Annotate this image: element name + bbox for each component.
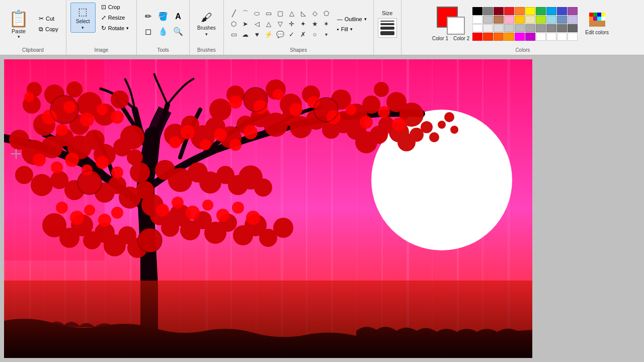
svg-point-160 (51, 161, 63, 173)
curve-shape[interactable]: ⌒ (239, 9, 252, 19)
size-bar-3[interactable] (380, 27, 394, 30)
callout-shape[interactable]: 💬 (274, 30, 286, 40)
color-r4-10[interactable] (568, 33, 578, 41)
color-r3-4[interactable] (504, 24, 514, 32)
color-r3-8[interactable] (546, 24, 556, 32)
color-r3-10[interactable] (568, 24, 578, 32)
color-lime[interactable] (536, 16, 546, 24)
color-green[interactable] (536, 7, 546, 15)
rounded-rect2-shape[interactable]: ▭ (228, 30, 240, 40)
outline-icon: — (337, 16, 343, 22)
color-lightblue[interactable] (546, 16, 556, 24)
cut-button[interactable]: ✂ Cut (35, 14, 62, 24)
svg-point-140 (24, 92, 34, 102)
crop-button[interactable]: ⊡ Crop (98, 2, 132, 12)
right-arrow-shape[interactable]: ➤ (239, 19, 252, 29)
color-r4-8[interactable] (546, 33, 556, 41)
color-r3-7[interactable] (536, 24, 546, 32)
svg-rect-2 (597, 13, 601, 17)
color-indigo[interactable] (557, 7, 567, 15)
copy-button[interactable]: ⧉ Copy (35, 24, 62, 34)
color-darkred[interactable] (494, 7, 504, 15)
triangle-shape[interactable]: △ (286, 9, 298, 19)
text-tool[interactable]: A (171, 10, 185, 24)
color-orange[interactable] (515, 7, 525, 15)
eraser-tool[interactable]: ◻ (141, 25, 155, 39)
star4-shape[interactable]: ✦ (297, 19, 309, 29)
color-r4-1[interactable] (472, 33, 482, 41)
rounded-rect-shape[interactable]: ▢ (274, 9, 286, 19)
color-yellow[interactable] (525, 7, 535, 15)
resize-button[interactable]: ⤢ Resize (98, 13, 132, 23)
pentagon-shape[interactable]: ⬠ (320, 9, 333, 19)
color-red[interactable] (504, 7, 514, 15)
size-bar-4[interactable] (380, 31, 394, 35)
paste-button[interactable]: 📋 Paste ▾ (4, 7, 33, 42)
heart-shape[interactable]: ♥ (251, 30, 263, 40)
star6-shape[interactable]: ✶ (320, 19, 333, 29)
color-r3-1[interactable] (472, 24, 482, 32)
color-r4-6[interactable] (525, 33, 535, 41)
diamond-shape[interactable]: ◇ (309, 9, 321, 19)
left-arrow-shape[interactable]: ◁ (251, 19, 263, 29)
fill-button[interactable]: ▪ Fill ▾ (335, 25, 369, 34)
four-arrow-shape[interactable]: ✛ (286, 19, 298, 29)
checkmark-shape[interactable]: ✓ (286, 30, 298, 40)
color-r3-2[interactable] (483, 24, 493, 32)
color-r4-4[interactable] (504, 33, 514, 41)
hexagon-shape[interactable]: ⬡ (228, 19, 240, 29)
color-picker-tool[interactable]: 💧 (156, 25, 170, 39)
down-arrow-shape[interactable]: ▽ (274, 19, 286, 29)
oval-shape[interactable]: ⬭ (251, 9, 263, 19)
color-r4-9[interactable] (557, 33, 567, 41)
star5-shape[interactable]: ★ (309, 19, 321, 29)
color-r3-5[interactable] (515, 24, 525, 32)
pencil-tool[interactable]: ✏ (141, 10, 155, 24)
color-r3-6[interactable] (525, 24, 535, 32)
color-r4-3[interactable] (494, 33, 504, 41)
size-bar-1[interactable] (380, 21, 394, 22)
svg-point-142 (56, 124, 68, 136)
magnifier-tool[interactable]: 🔍 (171, 25, 185, 39)
color-r3-9[interactable] (557, 24, 567, 32)
lightning-shape[interactable]: ⚡ (263, 30, 275, 40)
canvas-area[interactable] (0, 55, 644, 362)
svg-point-125 (444, 112, 454, 122)
color-gold[interactable] (515, 16, 525, 24)
paint-canvas[interactable] (4, 59, 532, 358)
size-bar-2[interactable] (380, 23, 394, 25)
fill-icon: ▪ (337, 26, 339, 32)
color-blue[interactable] (546, 7, 556, 15)
color-lightgray[interactable] (483, 16, 493, 24)
xmark-shape[interactable]: ✗ (297, 30, 309, 40)
line-shape[interactable]: ╱ (228, 9, 240, 19)
color-slate[interactable] (557, 16, 567, 24)
rect-shape[interactable]: ▭ (263, 9, 275, 19)
color-brown[interactable] (494, 16, 504, 24)
color-black[interactable] (472, 7, 482, 15)
svg-point-155 (200, 139, 211, 150)
color2-swatch[interactable] (447, 17, 465, 35)
color-gray[interactable] (483, 7, 493, 15)
rotate-button[interactable]: ↻ Rotate ▾ (98, 23, 132, 33)
outline-button[interactable]: — Outline ▾ (335, 15, 369, 24)
color-r4-2[interactable] (483, 33, 493, 41)
color-white[interactable] (472, 16, 482, 24)
brushes-button[interactable]: 🖌 Brushes ▾ (194, 9, 219, 39)
fill-tool[interactable]: 🪣 (156, 10, 170, 24)
color-pink[interactable] (504, 16, 514, 24)
color-purple[interactable] (568, 7, 578, 15)
paste-label: Paste (12, 28, 26, 34)
circle-shape[interactable]: ○ (309, 30, 321, 40)
cloud-shape[interactable]: ☁ (239, 30, 252, 40)
select-button[interactable]: ⬚ Select ▾ (70, 3, 96, 33)
color-lavender[interactable] (568, 16, 578, 24)
right-triangle-shape[interactable]: ◺ (297, 9, 309, 19)
edit-colors-button[interactable]: Edit colors (581, 10, 613, 38)
color-r3-3[interactable] (494, 24, 504, 32)
color-r4-7[interactable] (536, 33, 546, 41)
up-arrow-shape[interactable]: △ (263, 19, 275, 29)
more-shapes[interactable]: ▾ (320, 30, 333, 40)
color-tan[interactable] (525, 16, 535, 24)
color-r4-5[interactable] (515, 33, 525, 41)
